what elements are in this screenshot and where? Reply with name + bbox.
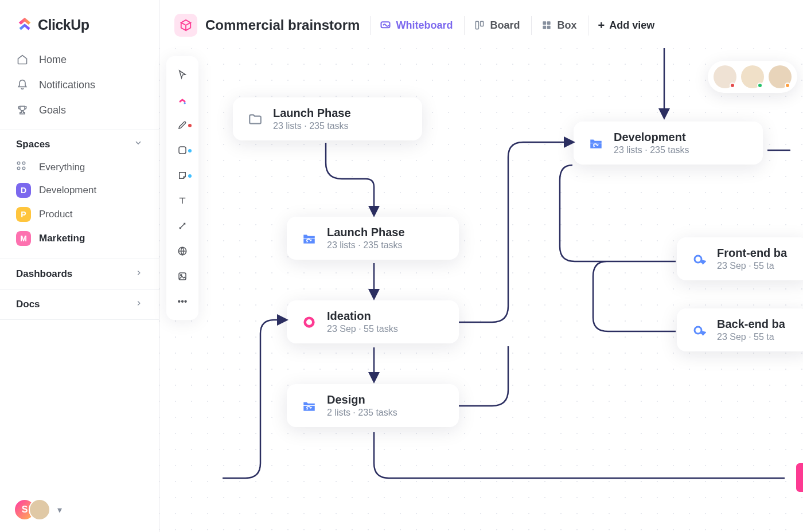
- avatar-stack: S: [14, 499, 50, 521]
- spaces-header-label: Spaces: [16, 139, 50, 150]
- svg-rect-7: [543, 21, 547, 25]
- space-label: Everything: [39, 162, 85, 173]
- board-icon: [474, 19, 485, 31]
- docs-link[interactable]: Docs: [0, 289, 159, 320]
- space-badge: P: [16, 207, 31, 222]
- spaces-header[interactable]: Spaces: [0, 130, 159, 156]
- whiteboard-canvas[interactable]: •••: [159, 48, 803, 532]
- tool-more[interactable]: •••: [171, 290, 194, 313]
- nav-label: Notifications: [39, 79, 95, 91]
- space-list: Everything D Development P Product M Mar…: [0, 156, 159, 259]
- add-view-button[interactable]: + Add view: [588, 15, 664, 36]
- chevron-right-icon: [135, 299, 143, 310]
- clickup-logo-icon: [16, 16, 33, 33]
- space-label: Marketing: [39, 233, 85, 244]
- space-badge: M: [16, 231, 31, 246]
- tool-pen[interactable]: [171, 114, 194, 136]
- tab-whiteboard[interactable]: Whiteboard: [370, 16, 462, 35]
- tool-shape[interactable]: [171, 139, 194, 162]
- tab-board[interactable]: Board: [464, 16, 529, 35]
- nav-label: Home: [39, 54, 67, 66]
- whiteboard-icon: [380, 19, 391, 31]
- connectors: [159, 48, 803, 532]
- brand-name: ClickUp: [38, 17, 89, 33]
- tab-label: Board: [490, 19, 520, 32]
- svg-rect-5: [476, 21, 479, 29]
- tool-text[interactable]: [171, 189, 194, 212]
- space-label: Development: [39, 185, 96, 196]
- nav-label: Goals: [39, 104, 66, 116]
- brand-logo[interactable]: ClickUp: [0, 0, 159, 45]
- space-marketing[interactable]: M Marketing: [13, 226, 146, 251]
- space-product[interactable]: P Product: [13, 202, 146, 226]
- svg-rect-6: [481, 21, 484, 26]
- tool-cursor[interactable]: [171, 63, 194, 86]
- svg-point-2: [17, 167, 20, 170]
- svg-point-3: [22, 167, 25, 170]
- user-switcher[interactable]: S ▾: [0, 487, 159, 532]
- trophy-icon: [16, 104, 29, 116]
- caret-down-icon: ▾: [57, 504, 62, 515]
- svg-point-14: [181, 275, 182, 276]
- svg-rect-9: [543, 26, 547, 29]
- avatar: [714, 65, 736, 88]
- docs-label: Docs: [16, 299, 40, 310]
- space-badge: D: [16, 183, 31, 198]
- space-development[interactable]: D Development: [13, 178, 146, 202]
- cube-icon: [180, 19, 192, 32]
- nav-notifications[interactable]: Notifications: [8, 72, 151, 97]
- tab-label: Box: [557, 19, 576, 32]
- plus-icon: +: [598, 19, 605, 32]
- nav-home[interactable]: Home: [8, 47, 151, 72]
- add-view-label: Add view: [609, 19, 654, 32]
- tool-image[interactable]: [171, 265, 194, 288]
- space-label: Product: [39, 209, 73, 220]
- presence-avatars[interactable]: [708, 61, 797, 93]
- space-everything[interactable]: Everything: [13, 156, 146, 178]
- avatar: [29, 499, 50, 521]
- svg-point-0: [17, 162, 20, 165]
- svg-rect-8: [547, 21, 551, 25]
- tool-web[interactable]: [171, 240, 194, 263]
- avatar: [741, 65, 764, 88]
- chevron-down-icon: [134, 138, 143, 150]
- nav-goals[interactable]: Goals: [8, 97, 151, 123]
- view-header: Commercial brainstorm Whiteboard Board B…: [159, 0, 803, 48]
- sidebar: ClickUp Home Notifications Goals Spaces …: [0, 0, 159, 532]
- svg-point-1: [22, 162, 25, 165]
- tool-clickup-item[interactable]: [171, 88, 194, 111]
- svg-rect-11: [179, 147, 186, 154]
- tool-connector[interactable]: [171, 214, 194, 237]
- tab-label: Whiteboard: [396, 19, 453, 32]
- grid-icon: [16, 161, 31, 174]
- nav-list: Home Notifications Goals: [0, 45, 159, 130]
- home-icon: [16, 53, 29, 66]
- dashboards-label: Dashboards: [16, 268, 72, 280]
- tool-sticky[interactable]: [171, 164, 194, 187]
- chevron-right-icon: [135, 268, 143, 280]
- svg-rect-10: [547, 26, 551, 29]
- main-area: Commercial brainstorm Whiteboard Board B…: [159, 0, 803, 532]
- page-icon[interactable]: [174, 14, 197, 37]
- box-icon: [541, 19, 552, 31]
- dashboards-link[interactable]: Dashboards: [0, 259, 159, 289]
- avatar: [769, 65, 792, 88]
- page-title: Commercial brainstorm: [205, 17, 360, 33]
- tab-box[interactable]: Box: [531, 16, 586, 35]
- bell-icon: [16, 79, 29, 91]
- whiteboard-toolbar: •••: [166, 56, 198, 320]
